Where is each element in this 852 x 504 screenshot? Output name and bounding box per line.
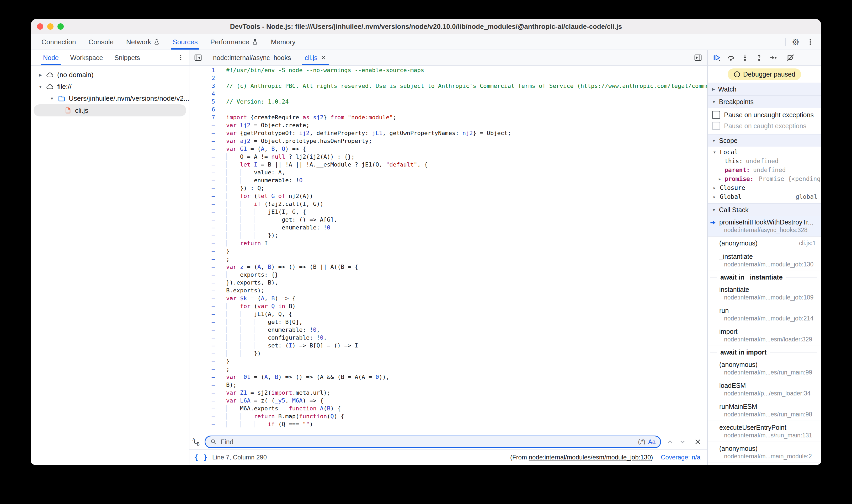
source-origin-link[interactable]: node:internal/modules/esm/module_job:130 (529, 454, 651, 461)
scope-global-row[interactable]: ▶ Global global (708, 192, 821, 201)
gutter-marker[interactable]: – (190, 168, 215, 177)
call-stack-section-header[interactable]: ▼ Call Stack (708, 203, 821, 216)
toggle-debugger-sidebar-icon[interactable] (689, 50, 707, 65)
step-into-button[interactable] (739, 52, 751, 64)
gutter-marker[interactable]: – (190, 334, 215, 342)
tree-item-cli-js[interactable]: cli.js (34, 104, 186, 116)
step-over-button[interactable] (725, 52, 736, 64)
gutter-marker[interactable]: – (190, 232, 215, 239)
gutter-marker[interactable]: – (190, 294, 215, 302)
scope-this-row[interactable]: this: undefined (708, 157, 821, 165)
pretty-print-icon[interactable]: { } (194, 453, 208, 461)
gutter-marker[interactable]: – (190, 192, 215, 200)
scope-local-row[interactable]: ▼ Local (708, 148, 821, 157)
scope-promise-row[interactable]: ▶ promise: Promise {<pending>} (708, 174, 821, 183)
chevron-down-icon[interactable]: ▼ (38, 85, 43, 89)
gutter-marker[interactable]: – (190, 413, 215, 420)
coverage-link[interactable]: Coverage: n/a (661, 454, 700, 461)
close-find-icon[interactable] (694, 438, 702, 446)
call-stack-frame[interactable]: importnode:internal/m...esm/loader:329 (708, 325, 821, 346)
breakpoints-section-header[interactable]: ▼ Breakpoints (708, 95, 821, 108)
gutter-marker[interactable]: – (190, 247, 215, 255)
gutter-marker[interactable]: – (190, 318, 215, 326)
settings-gear-icon[interactable]: ⚙ (791, 37, 801, 47)
gutter-marker[interactable]: – (190, 239, 215, 247)
gutter-marker[interactable]: 4 (190, 90, 215, 98)
tab-memory[interactable]: Memory (265, 34, 302, 50)
gutter-marker[interactable]: – (190, 184, 215, 192)
call-stack-frame[interactable]: executeUserEntryPointnode:internal/m...s… (708, 421, 821, 442)
gutter-marker[interactable]: – (190, 216, 215, 224)
navigator-tab-snippets[interactable]: Snippets (109, 50, 146, 65)
deactivate-breakpoints-button[interactable] (785, 52, 796, 64)
gutter-marker[interactable]: – (190, 310, 215, 318)
tab-performance[interactable]: Performance (204, 34, 265, 50)
chevron-right-icon[interactable]: ▶ (712, 186, 717, 190)
gutter-marker[interactable]: 5 (190, 98, 215, 106)
toggle-navigator-icon[interactable] (190, 50, 206, 65)
regex-toggle-icon[interactable]: (.*) (638, 438, 645, 446)
editor-tab-async-hooks[interactable]: node:internal/async_hooks (206, 50, 298, 65)
pause-on-caught-row[interactable]: Pause on caught exceptions (708, 120, 821, 131)
find-input-pill[interactable]: (.*) Aa (205, 435, 661, 448)
scope-closure-row[interactable]: ▶ Closure (708, 183, 821, 192)
gutter-marker[interactable]: – (190, 357, 215, 365)
wrap-lines-icon[interactable]: AB (192, 437, 201, 446)
gutter-marker[interactable]: – (190, 397, 215, 404)
gutter-marker[interactable]: – (190, 263, 215, 271)
gutter-marker[interactable]: – (190, 381, 215, 389)
gutter-marker[interactable]: – (190, 349, 215, 357)
gutter-marker[interactable]: – (190, 342, 215, 349)
call-stack-frame[interactable]: (anonymous)cli.js:1 (708, 237, 821, 250)
step-out-button[interactable] (753, 52, 765, 64)
gutter-marker[interactable]: 2 (190, 74, 215, 82)
gutter-marker[interactable]: – (190, 145, 215, 153)
gutter-marker[interactable]: – (190, 373, 215, 381)
chevron-down-icon[interactable]: ▼ (49, 96, 55, 101)
resume-script-button[interactable] (711, 52, 723, 64)
more-options-kebab-icon[interactable] (805, 37, 815, 47)
gutter-marker[interactable]: – (190, 255, 215, 263)
gutter-marker[interactable]: 7 (190, 113, 215, 121)
navigator-tab-node[interactable]: Node (37, 50, 65, 65)
gutter-marker[interactable]: 1 (190, 66, 215, 74)
call-stack-frame[interactable]: (anonymous)node:internal/m...main_module… (708, 442, 821, 463)
tab-console[interactable]: Console (82, 34, 120, 50)
call-stack-frame[interactable]: loadESMnode:internal/p.../esm_loader:34 (708, 379, 821, 400)
gutter-marker[interactable]: – (190, 200, 215, 208)
find-next-icon[interactable] (679, 438, 686, 446)
gutter-marker[interactable]: – (190, 302, 215, 310)
match-case-toggle-icon[interactable]: Aa (648, 438, 656, 446)
tree-item-file-scheme[interactable]: ▼ file:// (31, 81, 189, 93)
tab-connection[interactable]: Connection (35, 34, 82, 50)
find-previous-icon[interactable] (666, 438, 674, 446)
gutter-marker[interactable]: – (190, 161, 215, 168)
gutter-marker[interactable]: – (190, 326, 215, 334)
scope-parent-row[interactable]: parent: undefined (708, 165, 821, 174)
gutter-marker[interactable]: – (190, 404, 215, 413)
pause-on-uncaught-row[interactable]: Pause on uncaught exceptions (708, 109, 821, 120)
gutter-marker[interactable]: – (190, 208, 215, 216)
chevron-right-icon[interactable]: ▶ (717, 177, 723, 181)
gutter-marker[interactable]: – (190, 271, 215, 279)
gutter-marker[interactable]: – (190, 224, 215, 232)
gutter-marker[interactable]: – (190, 137, 215, 145)
gutter-marker[interactable]: – (190, 389, 215, 397)
gutter-marker[interactable]: 3 (190, 82, 215, 90)
tree-item-folder[interactable]: ▼ Users/jinhuilee/.nvm/versions/node/v2.… (31, 93, 189, 104)
gutter-marker[interactable]: – (190, 121, 215, 129)
scope-section-header[interactable]: ▼ Scope (708, 134, 821, 147)
tab-sources[interactable]: Sources (166, 34, 204, 50)
chevron-down-icon[interactable]: ▼ (712, 150, 717, 154)
code-area[interactable]: 1#!/usr/bin/env -S node --no-warnings --… (190, 66, 707, 434)
call-stack-frame[interactable]: promiseInitHookWithDestroyTr...node:inte… (708, 216, 821, 237)
call-stack-frame[interactable]: _instantiatenode:internal/m...module_job… (708, 250, 821, 271)
gutter-marker[interactable]: – (190, 129, 215, 137)
gutter-marker[interactable]: – (190, 365, 215, 373)
find-input[interactable] (220, 438, 635, 446)
gutter-marker[interactable]: – (190, 279, 215, 287)
gutter-marker[interactable]: – (190, 153, 215, 161)
watch-section-header[interactable]: ▶ Watch (708, 83, 821, 95)
call-stack-frame[interactable]: runMainESMnode:internal/m...es/run_main:… (708, 400, 821, 421)
navigator-tab-workspace[interactable]: Workspace (65, 50, 109, 65)
